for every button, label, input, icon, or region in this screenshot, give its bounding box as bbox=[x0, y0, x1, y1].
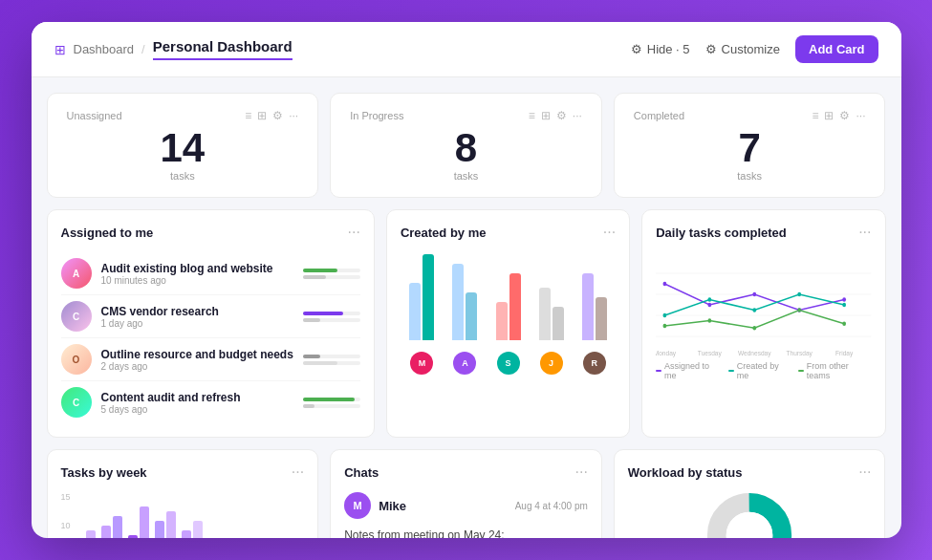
task-item[interactable]: O Outline resource and budget needs 2 da… bbox=[61, 338, 360, 381]
main-content: Unassigned ≡ ⊞ ⚙ ··· 14 tasks In Progres… bbox=[32, 77, 901, 538]
expand-icon[interactable]: ⊞ bbox=[824, 109, 834, 122]
settings-icon[interactable]: ⚙ bbox=[272, 109, 283, 122]
hide-button[interactable]: ⚙ Hide · 5 bbox=[631, 42, 690, 56]
progress-bar-2 bbox=[303, 361, 360, 365]
chart-legend: Assigned to me Created by me From other … bbox=[656, 361, 871, 380]
stat-completed-label: Completed bbox=[634, 110, 684, 121]
legend-label: Assigned to me bbox=[664, 361, 721, 380]
add-card-button[interactable]: Add Card bbox=[795, 35, 878, 63]
more-icon[interactable]: ··· bbox=[573, 109, 582, 122]
avatar: A bbox=[61, 258, 92, 289]
svg-point-9 bbox=[663, 313, 667, 317]
workload-title: Workload by status bbox=[628, 465, 743, 480]
tasks-by-week-card: Tasks by week ··· 15 10 5 bbox=[47, 449, 319, 538]
created-menu[interactable]: ··· bbox=[603, 224, 616, 241]
task-item[interactable]: A Audit existing blog and website 10 min… bbox=[61, 252, 360, 295]
more-icon[interactable]: ··· bbox=[289, 109, 298, 122]
chats-menu[interactable]: ··· bbox=[574, 463, 587, 481]
chart-avatars: M A S J R bbox=[401, 352, 616, 375]
svg-point-4 bbox=[663, 282, 667, 286]
created-title: Created by me bbox=[401, 226, 487, 240]
stat-in-progress: In Progress ≡ ⊞ ⚙ ··· 8 tasks bbox=[330, 93, 602, 198]
expand-icon[interactable]: ⊞ bbox=[257, 109, 267, 122]
chart-avatar: J bbox=[540, 352, 563, 375]
svg-point-11 bbox=[753, 308, 757, 312]
filter-icon[interactable]: ≡ bbox=[245, 109, 251, 122]
svg-point-14 bbox=[663, 324, 667, 328]
stat-completed-unit: tasks bbox=[634, 170, 866, 182]
assigned-menu[interactable]: ··· bbox=[348, 224, 360, 241]
week-bar bbox=[155, 521, 164, 538]
y-axis-labels: 15 10 5 bbox=[61, 492, 71, 538]
svg-point-6 bbox=[753, 292, 757, 296]
legend-assigned: Assigned to me bbox=[656, 361, 721, 380]
workload-card: Workload by status ··· DONE NOT STARTED bbox=[614, 449, 886, 538]
filter-icon: ⚙ bbox=[631, 42, 642, 56]
week-bar-group bbox=[128, 506, 149, 538]
stat-unassigned-number: 14 bbox=[67, 128, 299, 168]
workload-menu[interactable]: ··· bbox=[858, 463, 871, 481]
task-item[interactable]: C CMS vendor research 1 day ago bbox=[61, 295, 360, 338]
week-bar bbox=[182, 530, 191, 538]
bottom-row: Tasks by week ··· 15 10 5 bbox=[47, 449, 886, 538]
assigned-to-me-card: Assigned to me ··· A Audit existing blog… bbox=[47, 209, 375, 438]
svg-point-18 bbox=[842, 322, 846, 326]
progress-bar-1 bbox=[303, 398, 360, 401]
week-bar-group bbox=[155, 511, 176, 538]
page-title: Personal Dashboard bbox=[153, 38, 293, 60]
svg-point-8 bbox=[842, 297, 846, 301]
chart-avatar: A bbox=[453, 352, 476, 375]
week-title: Tasks by week bbox=[61, 465, 147, 480]
svg-text:Tuesday: Tuesday bbox=[698, 349, 722, 357]
progress-bar-1 bbox=[303, 269, 360, 272]
chart-avatar: S bbox=[497, 352, 520, 375]
legend-dot bbox=[798, 370, 804, 372]
stat-in-progress-unit: tasks bbox=[350, 170, 582, 182]
task-name: CMS vendor research bbox=[101, 305, 293, 318]
line-chart: Monday Tuesday Wednesday Thursday Friday bbox=[656, 252, 871, 357]
week-bar-group bbox=[75, 530, 96, 538]
task-time: 10 minutes ago bbox=[101, 275, 293, 286]
avatar: C bbox=[61, 387, 92, 418]
daily-tasks-card: Daily tasks completed ··· bbox=[641, 209, 885, 438]
progress-bar-2 bbox=[303, 275, 360, 279]
progress-bar-2 bbox=[303, 318, 360, 322]
week-bar bbox=[86, 530, 96, 538]
progress-bar-1 bbox=[303, 312, 360, 315]
svg-point-5 bbox=[708, 303, 712, 307]
legend-dot bbox=[656, 370, 661, 372]
donut-chart: DONE NOT STARTED bbox=[628, 492, 872, 538]
settings-icon[interactable]: ⚙ bbox=[839, 109, 850, 122]
header-actions: ⚙ Hide · 5 ⚙ Customize Add Card bbox=[631, 35, 878, 63]
chat-user: Mike bbox=[379, 499, 406, 513]
week-bar-group bbox=[182, 521, 203, 538]
stat-completed: Completed ≡ ⊞ ⚙ ··· 7 tasks bbox=[614, 93, 886, 198]
filter-icon[interactable]: ≡ bbox=[812, 109, 818, 122]
legend-created: Created by me bbox=[728, 361, 791, 380]
settings-icon[interactable]: ⚙ bbox=[556, 109, 567, 122]
task-time: 2 days ago bbox=[101, 361, 293, 372]
chat-time: Aug 4 at 4:00 pm bbox=[515, 501, 588, 511]
legend-label: From other teams bbox=[807, 361, 872, 380]
expand-icon[interactable]: ⊞ bbox=[541, 109, 551, 122]
bar-group bbox=[452, 264, 477, 340]
svg-point-12 bbox=[798, 292, 802, 296]
y-label: 15 bbox=[61, 492, 71, 502]
breadcrumb-dashboard[interactable]: Dashboard bbox=[74, 42, 135, 56]
more-icon[interactable]: ··· bbox=[856, 109, 865, 122]
filter-icon[interactable]: ≡ bbox=[529, 109, 535, 122]
progress-bar-1 bbox=[303, 355, 360, 358]
middle-row: Assigned to me ··· A Audit existing blog… bbox=[47, 209, 886, 438]
stats-row: Unassigned ≡ ⊞ ⚙ ··· 14 tasks In Progres… bbox=[47, 93, 886, 198]
stat-unassigned-unit: tasks bbox=[67, 170, 299, 182]
chat-avatar: M bbox=[344, 492, 371, 519]
dashboard-icon: ⊞ bbox=[54, 42, 66, 57]
task-item[interactable]: C Content audit and refresh 5 days ago bbox=[61, 381, 360, 423]
legend-other: From other teams bbox=[798, 361, 871, 380]
task-name: Content audit and refresh bbox=[101, 391, 293, 404]
customize-button[interactable]: ⚙ Customize bbox=[705, 42, 780, 56]
daily-menu[interactable]: ··· bbox=[858, 224, 871, 241]
week-menu[interactable]: ··· bbox=[292, 463, 304, 481]
chats-title: Chats bbox=[344, 465, 379, 480]
settings-icon: ⚙ bbox=[705, 42, 717, 56]
